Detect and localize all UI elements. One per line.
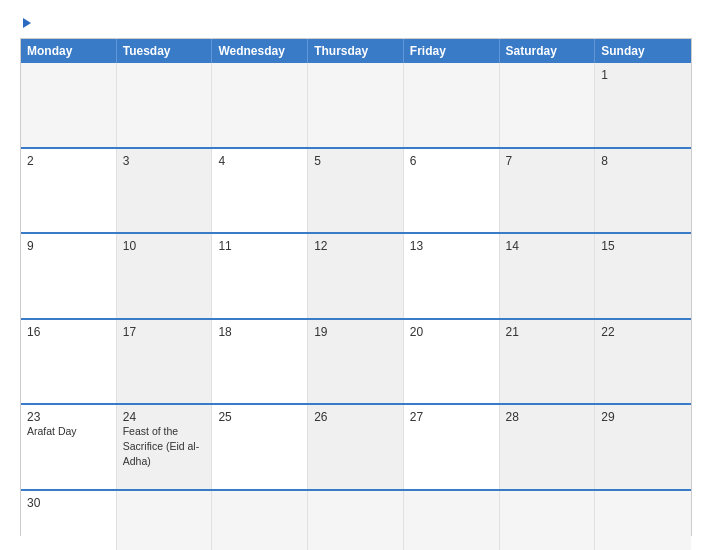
day-number: 6 [410,154,493,168]
calendar-cell: 23Arafat Day [21,405,117,489]
calendar-cell: 4 [212,149,308,233]
calendar-body: 1234567891011121314151617181920212223Ara… [21,63,691,535]
calendar-row-1: 1 [21,63,691,147]
header-thursday: Thursday [308,39,404,63]
calendar-cell [404,491,500,550]
calendar-cell [595,491,691,550]
calendar-cell [117,491,213,550]
day-number: 4 [218,154,301,168]
day-number: 25 [218,410,301,424]
calendar-cell: 24Feast of the Sacrifice (Eid al-Adha) [117,405,213,489]
day-number: 12 [314,239,397,253]
calendar-header: Monday Tuesday Wednesday Thursday Friday… [21,39,691,63]
calendar-row-2: 2345678 [21,147,691,233]
calendar-cell: 12 [308,234,404,318]
day-number: 15 [601,239,685,253]
header-sunday: Sunday [595,39,691,63]
day-number: 28 [506,410,589,424]
day-number: 13 [410,239,493,253]
day-number: 29 [601,410,685,424]
calendar-cell: 9 [21,234,117,318]
calendar-cell: 27 [404,405,500,489]
day-number: 5 [314,154,397,168]
day-number: 1 [601,68,685,82]
day-number: 24 [123,410,206,424]
logo-blue-text [20,18,31,28]
day-number: 3 [123,154,206,168]
header-wednesday: Wednesday [212,39,308,63]
calendar-cell: 16 [21,320,117,404]
calendar-cell: 13 [404,234,500,318]
logo-triangle-icon [23,18,31,28]
day-number: 21 [506,325,589,339]
calendar-row-4: 16171819202122 [21,318,691,404]
day-number: 9 [27,239,110,253]
calendar-cell: 3 [117,149,213,233]
calendar-cell: 7 [500,149,596,233]
calendar-row-last: 30 [21,489,691,535]
day-event: Feast of the Sacrifice (Eid al-Adha) [123,425,199,466]
day-number: 8 [601,154,685,168]
header-monday: Monday [21,39,117,63]
header-friday: Friday [404,39,500,63]
header-saturday: Saturday [500,39,596,63]
header-tuesday: Tuesday [117,39,213,63]
day-number: 2 [27,154,110,168]
day-event: Arafat Day [27,425,77,437]
calendar-cell [21,63,117,147]
day-number: 20 [410,325,493,339]
calendar-cell: 6 [404,149,500,233]
calendar-cell [212,491,308,550]
calendar-cell: 26 [308,405,404,489]
calendar-cell: 1 [595,63,691,147]
day-number: 10 [123,239,206,253]
calendar-cell: 14 [500,234,596,318]
day-number: 27 [410,410,493,424]
calendar-cell: 5 [308,149,404,233]
calendar-page: Monday Tuesday Wednesday Thursday Friday… [0,0,712,550]
day-number: 16 [27,325,110,339]
calendar-cell: 25 [212,405,308,489]
day-number: 17 [123,325,206,339]
calendar-cell: 18 [212,320,308,404]
day-number: 23 [27,410,110,424]
calendar-cell: 28 [500,405,596,489]
calendar-cell: 17 [117,320,213,404]
logo [20,18,31,28]
calendar-cell: 15 [595,234,691,318]
calendar-row-3: 9101112131415 [21,232,691,318]
calendar-cell [500,63,596,147]
header [20,18,692,28]
day-number: 22 [601,325,685,339]
day-number: 7 [506,154,589,168]
calendar-cell: 11 [212,234,308,318]
day-number: 18 [218,325,301,339]
calendar-cell: 19 [308,320,404,404]
calendar-cell: 8 [595,149,691,233]
calendar-cell [500,491,596,550]
day-number: 26 [314,410,397,424]
calendar-cell [117,63,213,147]
calendar-cell: 21 [500,320,596,404]
calendar: Monday Tuesday Wednesday Thursday Friday… [20,38,692,536]
calendar-cell [212,63,308,147]
day-number: 19 [314,325,397,339]
day-number: 14 [506,239,589,253]
calendar-cell: 2 [21,149,117,233]
day-number: 30 [27,496,110,510]
calendar-cell [404,63,500,147]
calendar-cell [308,491,404,550]
calendar-cell: 30 [21,491,117,550]
calendar-cell: 10 [117,234,213,318]
calendar-cell [308,63,404,147]
calendar-row-5: 23Arafat Day24Feast of the Sacrifice (Ei… [21,403,691,489]
day-number: 11 [218,239,301,253]
calendar-cell: 22 [595,320,691,404]
calendar-cell: 20 [404,320,500,404]
calendar-cell: 29 [595,405,691,489]
